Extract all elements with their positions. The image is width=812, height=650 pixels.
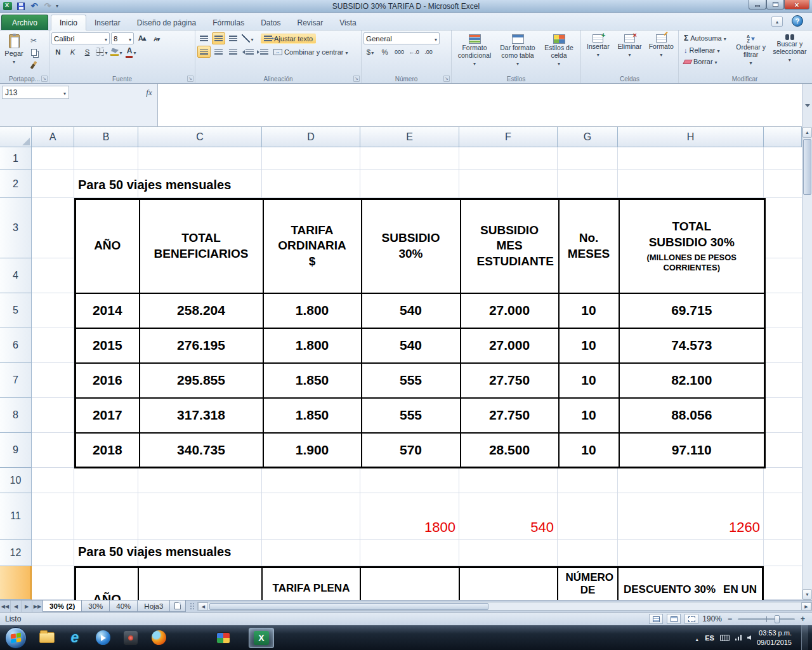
title-bar[interactable]: SUBSIDIO 30% TARIFA D - Microsoft Excel	[0, 0, 812, 13]
copy-button[interactable]	[27, 47, 40, 58]
conditional-formatting-button[interactable]: Formato condicional	[454, 32, 495, 74]
horizontal-scroll-thumb[interactable]	[209, 603, 488, 610]
cell[interactable]: 27.750	[461, 363, 559, 398]
row-header-1[interactable]: 1	[0, 147, 32, 170]
column-header-A[interactable]: A	[32, 127, 74, 147]
cell[interactable]: DESCUENTO 30%EN UN	[619, 568, 764, 600]
name-box[interactable]: J13	[2, 86, 69, 99]
row-header-8[interactable]: 8	[0, 398, 32, 433]
format-painter-button[interactable]	[27, 60, 40, 70]
cell[interactable]: 1.800	[263, 328, 362, 363]
tab-insertar[interactable]: Insertar	[86, 15, 129, 30]
row-header-2[interactable]: 2	[0, 170, 32, 198]
row-header-11[interactable]: 11	[0, 493, 32, 540]
cell[interactable]: 88.056	[619, 398, 765, 433]
font-size-combo[interactable]: 8	[111, 32, 134, 44]
tab-vista[interactable]: Vista	[331, 15, 364, 30]
row-header-3[interactable]: 3	[0, 198, 32, 258]
insert-function-button[interactable]: fx	[141, 86, 157, 99]
column-header-E[interactable]: E	[360, 127, 459, 147]
align-top-button[interactable]	[197, 32, 211, 44]
cell[interactable]: 1.900	[263, 433, 362, 468]
align-middle-button[interactable]	[212, 32, 225, 44]
header-subsidio-30[interactable]: SUBSIDIO 30%	[362, 199, 461, 293]
language-indicator[interactable]: ES	[705, 634, 714, 642]
format-cells-button[interactable]: Formato	[646, 32, 676, 74]
minimize-button[interactable]	[749, 0, 766, 10]
vertical-scroll-thumb[interactable]	[803, 139, 811, 195]
prev-sheet-button[interactable]: ◀	[11, 600, 22, 612]
autosum-button[interactable]: ΣAutosuma	[681, 32, 731, 44]
cell[interactable]: 69.715	[619, 293, 765, 328]
tab-revisar[interactable]: Revisar	[289, 15, 332, 30]
comma-style-button[interactable]: 000	[393, 46, 406, 58]
decrease-decimal-button[interactable]: .00	[422, 46, 435, 58]
cell[interactable]: 2015	[75, 328, 140, 363]
cell[interactable]: 27.750	[461, 398, 559, 433]
row-header-7[interactable]: 7	[0, 363, 32, 398]
header-subsidio-mes[interactable]: SUBSIDIO MES ESTUDIANTE	[461, 199, 559, 293]
normal-view-button[interactable]	[649, 614, 663, 624]
cell[interactable]: 28.500	[461, 433, 559, 468]
dialog-launcher-icon[interactable]	[41, 76, 48, 82]
network-icon[interactable]	[735, 635, 742, 640]
header-tarifa-ordinaria[interactable]: TARIFA ORDINARIA $	[263, 199, 362, 293]
row-header-4[interactable]: 4	[0, 258, 32, 293]
row-header-6[interactable]: 6	[0, 328, 32, 363]
cell[interactable]: TARIFA PLENA	[263, 568, 361, 600]
italic-button[interactable]: K	[66, 46, 79, 58]
increase-decimal-button[interactable]: ←.0	[407, 46, 421, 58]
percent-style-button[interactable]: %	[378, 46, 391, 58]
cell-e11-value[interactable]: 1800	[360, 519, 455, 536]
cell[interactable]: 1.800	[263, 293, 362, 328]
cell[interactable]: AÑO	[76, 568, 139, 600]
sheet-tab-40[interactable]: 40%	[109, 600, 138, 612]
cell[interactable]: 540	[362, 328, 461, 363]
undo-button[interactable]	[29, 1, 39, 11]
insert-sheet-tab[interactable]	[169, 600, 186, 612]
cell[interactable]: 2016	[75, 363, 140, 398]
accounting-format-button[interactable]: $	[363, 46, 377, 58]
scroll-right-button[interactable]: ▶	[801, 602, 811, 611]
format-as-table-button[interactable]: Dar formato como tabla	[497, 32, 539, 74]
sheet-tab-30[interactable]: 30%	[81, 600, 110, 612]
cell[interactable]	[361, 568, 460, 600]
cell-styles-button[interactable]: Estilos de celda	[540, 32, 578, 74]
next-sheet-button[interactable]: ▶	[22, 600, 32, 612]
taskbar-app-button[interactable]	[118, 628, 143, 648]
cell[interactable]: 10	[559, 293, 619, 328]
cell[interactable]: 555	[362, 398, 461, 433]
number-format-combo[interactable]: General	[363, 32, 440, 44]
cell[interactable]: 340.735	[140, 433, 263, 468]
underline-button[interactable]: S	[81, 46, 94, 58]
cell[interactable]: 82.100	[619, 363, 765, 398]
insert-cells-button[interactable]: Insertar	[583, 32, 613, 74]
cell[interactable]: 570	[362, 433, 461, 468]
column-header-D[interactable]: D	[262, 127, 360, 147]
column-header-C[interactable]: C	[138, 127, 262, 147]
cell[interactable]: 1.850	[263, 363, 362, 398]
shrink-font-button[interactable]	[150, 32, 163, 44]
page-break-view-button[interactable]	[684, 614, 698, 624]
horizontal-scrollbar[interactable]: ◀ ▶	[197, 602, 812, 611]
wrap-text-button[interactable]: Ajustar texto	[261, 34, 316, 44]
scroll-down-button[interactable]: ▼	[802, 589, 812, 600]
show-desktop-button[interactable]	[801, 625, 808, 650]
cell-f11-value[interactable]: 540	[459, 519, 554, 536]
vertical-scrollbar[interactable]: ▲ ▼	[802, 127, 812, 600]
paste-button[interactable]: Pegar	[2, 32, 26, 74]
cell[interactable]: NÚMERO DE	[558, 568, 619, 600]
delete-cells-button[interactable]: Eliminar	[615, 32, 645, 74]
hidden-icons-button[interactable]	[695, 632, 699, 644]
scroll-up-button[interactable]: ▲	[802, 127, 812, 138]
save-button[interactable]	[16, 1, 26, 11]
cell[interactable]: 555	[362, 363, 461, 398]
minimize-ribbon-button[interactable]	[771, 17, 783, 27]
increase-indent-button[interactable]	[256, 46, 269, 58]
decrease-indent-button[interactable]	[241, 46, 254, 58]
grow-font-button[interactable]	[135, 32, 148, 44]
cell[interactable]: 10	[559, 433, 619, 468]
tab-diseno[interactable]: Diseño de página	[129, 15, 204, 30]
formula-bar-expand-button[interactable]	[802, 84, 812, 127]
find-select-button[interactable]: Buscar y seleccionar	[771, 32, 809, 74]
